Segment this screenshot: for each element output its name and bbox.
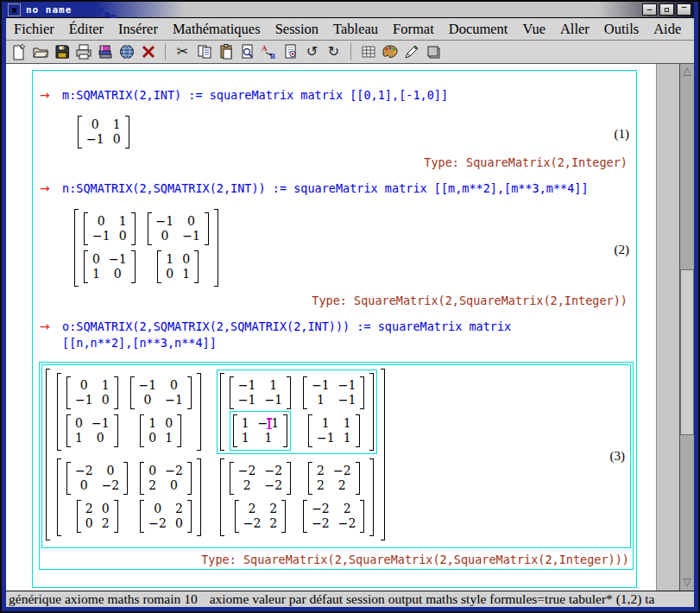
session-input-1[interactable]: → m:SQMATRIX(2,INT) := squareMatrix matr…: [40, 88, 636, 102]
matrix: 0−220: [140, 462, 192, 495]
session-field-3: 01−10−100−10−1101001−11−1−1−1−11−11−1111…: [39, 362, 634, 570]
menu-fichier[interactable]: Fichier: [14, 21, 54, 38]
matrix: 0−110: [84, 250, 136, 283]
menu-mathematiques[interactable]: Mathématiques: [173, 21, 261, 38]
find-icon[interactable]: [237, 42, 257, 62]
open-document-icon[interactable]: [30, 42, 50, 62]
matrix: −200−20−220200202−20: [57, 458, 201, 536]
matrix: −2−22−2: [230, 462, 291, 495]
draw-pencil-icon[interactable]: [401, 42, 421, 62]
equation-number-3: (3): [610, 449, 626, 464]
input-prompt-arrow: →: [40, 181, 62, 195]
matrix: −22−2−2: [303, 500, 364, 533]
input-code[interactable]: o:SQMATRIX(2,SQMATRIX(2,SQMATRIX(2,INT))…: [62, 319, 511, 333]
matrix: −100−1: [148, 212, 209, 245]
paste-icon[interactable]: [216, 42, 236, 62]
menu-tableau[interactable]: Tableau: [333, 21, 378, 38]
input-code[interactable]: m:SQMATRIX(2,INT) := squareMatrix matrix…: [62, 88, 448, 102]
document-page[interactable]: → m:SQMATRIX(2,INT) := squareMatrix matr…: [6, 64, 656, 591]
style-books-icon[interactable]: [95, 42, 115, 62]
window-frame: x no name − − Fichier Éditer Insérer Mat…: [2, 2, 698, 611]
cut-icon[interactable]: ✂: [173, 42, 192, 62]
maximize-button[interactable]: [659, 3, 674, 16]
close-icon: x: [11, 4, 17, 16]
menu-outils[interactable]: Outils: [604, 21, 639, 38]
maximize-icon: [665, 8, 669, 12]
matrix: −100−1: [130, 376, 192, 409]
color-palette-icon[interactable]: [380, 42, 400, 62]
menu-inserer[interactable]: Insérer: [118, 21, 158, 38]
type-annotation-1: Type: SquareMatrix(2,Integer): [36, 155, 636, 169]
input-code[interactable]: n:SQMATRIX(2,SQMATRIX(2,INT)) := squareM…: [62, 181, 589, 195]
menu-aller[interactable]: Aller: [560, 21, 590, 38]
matrix: −1−11−1: [303, 376, 364, 409]
text-caret: [268, 418, 270, 429]
session-output-3: 01−10−100−10−1101001−11−1−1−1−11−11−1111…: [41, 364, 631, 548]
application-window: x no name − − Fichier Éditer Insérer Mat…: [0, 0, 700, 613]
table-icon[interactable]: [358, 42, 378, 62]
matrix: 22−22: [235, 500, 287, 533]
session-output-2: 01−10−100−10−1101001 (2): [74, 209, 629, 290]
matrix: 01−10: [66, 376, 118, 409]
frame-icon[interactable]: [423, 42, 443, 62]
copy-icon[interactable]: [194, 42, 214, 62]
session-frame: → m:SQMATRIX(2,INT) := squareMatrix matr…: [32, 70, 637, 588]
scroll-up-icon[interactable]: △: [680, 65, 694, 77]
titlebar-decoration: [98, 8, 104, 13]
undo-icon[interactable]: ↺: [302, 42, 322, 62]
menu-vue[interactable]: Vue: [522, 21, 545, 38]
redo-icon[interactable]: ↻: [324, 42, 344, 62]
shade-button[interactable]: −: [677, 3, 691, 16]
session-input-2[interactable]: → n:SQMATRIX(2,SQMATRIX(2,INT)) := squar…: [40, 181, 636, 195]
shade-icon: −: [681, 3, 688, 11]
matrix: 2−222: [308, 462, 360, 495]
svg-text:A: A: [262, 44, 268, 53]
new-document-icon[interactable]: [9, 42, 28, 62]
matrix: 2002: [77, 500, 118, 533]
save-icon[interactable]: [52, 42, 72, 62]
document-area: → m:SQMATRIX(2,INT) := squareMatrix matr…: [6, 64, 694, 591]
matrix: 1001: [140, 414, 181, 447]
session-input-3[interactable]: → o:SQMATRIX(2,SQMATRIX(2,SQMATRIX(2,INT…: [40, 319, 636, 350]
quit-icon[interactable]: [138, 42, 158, 62]
matrix: 01−10: [84, 212, 136, 245]
status-right: axiome valeur par défaut session output …: [210, 591, 655, 607]
menu-editer[interactable]: Éditer: [69, 21, 104, 38]
matrix: 01−10−100−10−1101001−11−1−1−1−11−11−1111…: [46, 369, 385, 540]
menu-aide[interactable]: Aide: [653, 21, 681, 38]
type-annotation-3: Type: SquareMatrix(2,SquareMatrix(2,Squa…: [40, 550, 633, 569]
menu-session[interactable]: Session: [275, 21, 318, 38]
matrix: −11−1−1−1−11−11−11111−11: [220, 373, 375, 451]
minimize-button[interactable]: −: [642, 3, 657, 16]
matrix: 01−10−100−10−1101001: [57, 373, 201, 451]
menu-format[interactable]: Format: [393, 21, 434, 38]
print-icon[interactable]: [73, 42, 93, 62]
window-title: no name: [26, 4, 72, 16]
svg-text:B: B: [270, 52, 275, 60]
replace-icon[interactable]: AB: [259, 42, 279, 62]
web-globe-icon[interactable]: [117, 42, 136, 62]
titlebar[interactable]: x no name − −: [6, 2, 694, 18]
matrix: 11−11: [308, 414, 360, 447]
input-prompt-arrow: →: [40, 88, 62, 102]
input-code[interactable]: [[n,n**2],[n**3,n**4]]: [62, 336, 511, 350]
equation-number-2: (2): [615, 243, 630, 257]
matrix: −11−1−1: [230, 376, 291, 409]
toolbar-separator: [350, 43, 351, 60]
matrix: 02−20: [140, 500, 192, 533]
scrollbar-thumb[interactable]: [680, 269, 694, 435]
vertical-scrollbar[interactable]: △ ▽: [679, 64, 694, 591]
menu-document[interactable]: Document: [449, 21, 508, 38]
output-matrix-1[interactable]: 01−10: [78, 116, 129, 152]
window-close-button[interactable]: x: [8, 3, 21, 16]
menubar: Fichier Éditer Insérer Mathématiques Ses…: [6, 18, 694, 41]
window-resize-decoration: [534, 608, 548, 611]
spell-check-icon[interactable]: [281, 42, 300, 62]
statusbar: générique axiome maths romain 10 axiome …: [6, 591, 694, 607]
output-matrix-3[interactable]: 01−10−100−10−1101001−11−1−1−1−11−11−1111…: [46, 369, 385, 544]
scroll-down-icon[interactable]: ▽: [680, 576, 694, 588]
output-matrix-2[interactable]: 01−10−100−10−1101001: [74, 209, 218, 290]
matrix: −200−2: [66, 462, 128, 495]
toolbar: ✂ AB ↺ ↻: [6, 41, 694, 64]
equation-number-1: (1): [615, 127, 630, 142]
